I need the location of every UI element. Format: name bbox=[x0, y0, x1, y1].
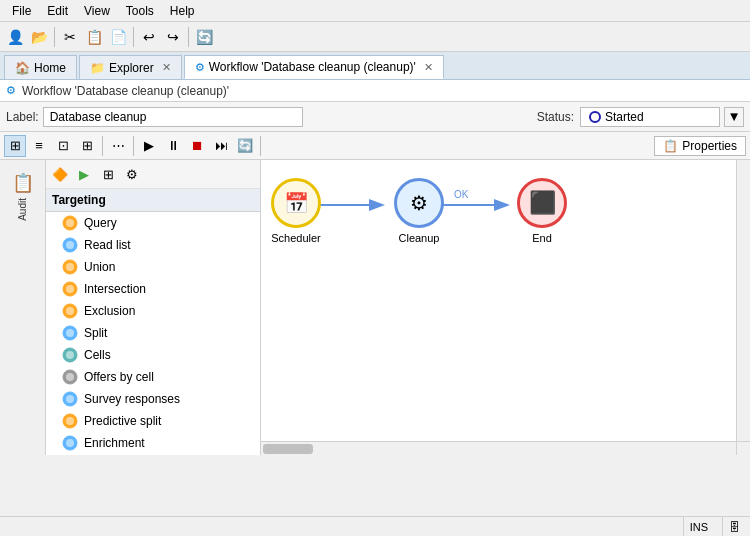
properties-label: Properties bbox=[682, 139, 737, 153]
svg-point-15 bbox=[66, 373, 74, 381]
statusbar-db-icon: 🗄 bbox=[722, 517, 746, 536]
workflow-tab-icon: ⚙ bbox=[195, 61, 205, 74]
svg-point-19 bbox=[66, 417, 74, 425]
sidebar-settings-button[interactable]: ⚙ bbox=[121, 163, 143, 185]
svg-point-21 bbox=[66, 439, 74, 447]
sidebar-item-enrichment[interactable]: Enrichment bbox=[46, 432, 260, 454]
tab-workflow-label: Workflow 'Database cleanup (cleanup)' bbox=[209, 60, 416, 74]
menu-help[interactable]: Help bbox=[162, 2, 203, 20]
sidebar-item-union[interactable]: Union bbox=[46, 256, 260, 278]
undo-button[interactable]: ↩ bbox=[138, 26, 160, 48]
cut-button[interactable]: ✂ bbox=[59, 26, 81, 48]
statusbar: INS 🗄 bbox=[0, 516, 750, 536]
sidebar-item-read_list[interactable]: Read list bbox=[46, 234, 260, 256]
explorer-icon: 📁 bbox=[90, 61, 105, 75]
zoom-fit-button[interactable]: ⊡ bbox=[52, 135, 74, 157]
stop-button[interactable]: ⏹ bbox=[186, 135, 208, 157]
sidebar-item-cells[interactable]: Cells bbox=[46, 344, 260, 366]
sidebar-item-icon bbox=[62, 347, 78, 363]
sidebar-item-label: Intersection bbox=[84, 282, 146, 296]
status-value: Started bbox=[580, 107, 720, 127]
label-input[interactable] bbox=[43, 107, 303, 127]
new-button[interactable]: 👤 bbox=[4, 26, 26, 48]
status-indicator bbox=[589, 111, 601, 123]
sidebar-item-exclusion[interactable]: Exclusion bbox=[46, 300, 260, 322]
sidebar-item-predictive_split[interactable]: Predictive split bbox=[46, 410, 260, 432]
svg-point-11 bbox=[66, 329, 74, 337]
workflow-header-icon: ⚙ bbox=[6, 84, 16, 97]
list-view-button[interactable]: ≡ bbox=[28, 135, 50, 157]
workflow-canvas: OK 📅 Scheduler ⚙ Cleanup ⬛ End bbox=[261, 160, 750, 455]
tab-explorer-label: Explorer bbox=[109, 61, 154, 75]
audit-panel: 📋 Audit bbox=[0, 160, 46, 455]
sidebar-item-label: Read list bbox=[84, 238, 131, 252]
workflow-header: ⚙ Workflow 'Database cleanup (cleanup)' bbox=[0, 80, 750, 102]
menu-view[interactable]: View bbox=[76, 2, 118, 20]
sidebar-item-split[interactable]: Split bbox=[46, 322, 260, 344]
main-area: 📋 Audit 🔶 ▶ ⊞ ⚙ Targeting QueryRead list… bbox=[0, 160, 750, 455]
sidebar-filter-button[interactable]: 🔶 bbox=[49, 163, 71, 185]
diagram-view-button[interactable]: ⊞ bbox=[4, 135, 26, 157]
menu-tools[interactable]: Tools bbox=[118, 2, 162, 20]
open-button[interactable]: 📂 bbox=[28, 26, 50, 48]
sidebar-item-icon bbox=[62, 325, 78, 341]
labelbar: Label: Status: Started ▼ bbox=[0, 102, 750, 132]
h-scrollbar-thumb[interactable] bbox=[263, 444, 313, 454]
sidebar-item-label: Survey responses bbox=[84, 392, 180, 406]
sidebar-item-label: Split bbox=[84, 326, 107, 340]
pause-button[interactable]: ⏸ bbox=[162, 135, 184, 157]
node-cleanup[interactable]: ⚙ Cleanup bbox=[394, 178, 444, 244]
redo-button[interactable]: ↪ bbox=[162, 26, 184, 48]
canvas-scrollbar-v[interactable] bbox=[736, 160, 750, 441]
status-label-value: Started bbox=[605, 110, 644, 124]
sidebar-item-query[interactable]: Query bbox=[46, 212, 260, 234]
audit-label: Audit bbox=[17, 198, 28, 221]
node-end[interactable]: ⬛ End bbox=[517, 178, 567, 244]
tab-workflow-close[interactable]: ✕ bbox=[424, 61, 433, 74]
cleanup-label: Cleanup bbox=[399, 232, 440, 244]
tab-explorer-close[interactable]: ✕ bbox=[162, 61, 171, 74]
scheduler-label: Scheduler bbox=[271, 232, 321, 244]
menu-file[interactable]: File bbox=[4, 2, 39, 20]
main-toolbar: 👤 📂 ✂ 📋 📄 ↩ ↪ 🔄 bbox=[0, 22, 750, 52]
play-button[interactable]: ▶ bbox=[138, 135, 160, 157]
sidebar-item-icon bbox=[62, 391, 78, 407]
audit-button[interactable]: 📋 Audit bbox=[8, 168, 38, 225]
sidebar-item-icon bbox=[62, 303, 78, 319]
sidebar-item-icon bbox=[62, 413, 78, 429]
sidebar-item-label: Exclusion bbox=[84, 304, 135, 318]
properties-icon: 📋 bbox=[663, 139, 678, 153]
sidebar-grid-button[interactable]: ⊞ bbox=[97, 163, 119, 185]
svg-point-17 bbox=[66, 395, 74, 403]
status-dropdown[interactable]: ▼ bbox=[724, 107, 744, 127]
tab-explorer[interactable]: 📁 Explorer ✕ bbox=[79, 55, 182, 79]
sidebar-item-survey_responses[interactable]: Survey responses bbox=[46, 388, 260, 410]
svg-point-5 bbox=[66, 263, 74, 271]
home-icon: 🏠 bbox=[15, 61, 30, 75]
sidebar-item-icon bbox=[62, 215, 78, 231]
refresh-workflow-button[interactable]: 🔄 bbox=[234, 135, 256, 157]
sidebar-play-button[interactable]: ▶ bbox=[73, 163, 95, 185]
svg-text:OK: OK bbox=[454, 189, 469, 200]
sidebar-item-label: Enrichment bbox=[84, 436, 145, 450]
cleanup-circle: ⚙ bbox=[394, 178, 444, 228]
zoom-in-button[interactable]: ⊞ bbox=[76, 135, 98, 157]
more-button1[interactable]: ⋯ bbox=[107, 135, 129, 157]
sidebar-item-intersection[interactable]: Intersection bbox=[46, 278, 260, 300]
tab-home[interactable]: 🏠 Home bbox=[4, 55, 77, 79]
tab-home-label: Home bbox=[34, 61, 66, 75]
node-scheduler[interactable]: 📅 Scheduler bbox=[271, 178, 321, 244]
menu-edit[interactable]: Edit bbox=[39, 2, 76, 20]
refresh-button[interactable]: 🔄 bbox=[193, 26, 215, 48]
tab-workflow[interactable]: ⚙ Workflow 'Database cleanup (cleanup)' … bbox=[184, 55, 444, 79]
svg-point-1 bbox=[66, 219, 74, 227]
sidebar-item-offers_by_cell[interactable]: Offers by cell bbox=[46, 366, 260, 388]
canvas-scrollbar-h[interactable] bbox=[261, 441, 736, 455]
step-button[interactable]: ⏭ bbox=[210, 135, 232, 157]
paste-button[interactable]: 📄 bbox=[107, 26, 129, 48]
sidebar-item-icon bbox=[62, 369, 78, 385]
status-text: Status: bbox=[537, 110, 574, 124]
copy-button[interactable]: 📋 bbox=[83, 26, 105, 48]
properties-button[interactable]: 📋 Properties bbox=[654, 136, 746, 156]
sidebar-item-edit_schema[interactable]: Edit schema bbox=[46, 454, 260, 455]
